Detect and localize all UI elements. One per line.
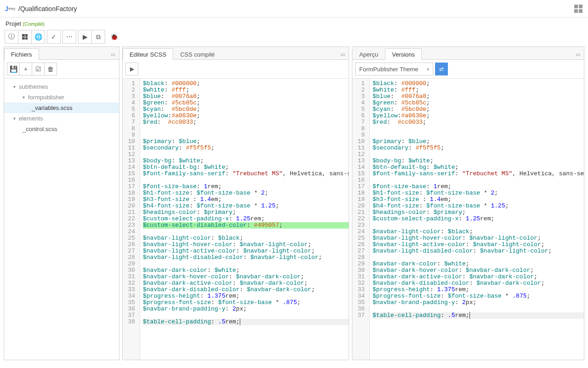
tree-file-control[interactable]: _control.scss (4, 124, 119, 134)
panel-minimize-icon[interactable]: ▭ (337, 50, 349, 59)
tab-files[interactable]: Fichiers (4, 48, 39, 60)
tree-folder-formpublisher[interactable]: ▾formpublisher (4, 92, 119, 103)
logo: Jway (6, 4, 15, 13)
play-button[interactable]: ▶ (78, 30, 92, 44)
tab-editor[interactable]: Editeur SCSS (123, 48, 173, 60)
grid-button[interactable] (18, 30, 32, 44)
add-button[interactable]: + (19, 63, 32, 75)
panel-minimize-icon[interactable]: ▭ (107, 50, 119, 59)
tab-preview[interactable]: Aperçu (352, 48, 385, 60)
tab-versions[interactable]: Versions (385, 48, 422, 60)
tree-folder-subthemes[interactable]: ▾subthemes (4, 81, 119, 92)
open-external-button[interactable]: ⧉ (91, 30, 105, 44)
check-button[interactable]: ✓ (47, 30, 61, 44)
chevron-down-icon: ▾ (427, 67, 429, 72)
bug-button[interactable]: 🐞 (107, 30, 121, 44)
delete-button[interactable]: 🗑 (44, 63, 57, 75)
tree-file-variables[interactable]: _variables.scss (4, 103, 119, 113)
checklist-button[interactable]: ☑ (32, 63, 45, 75)
panel-minimize-icon[interactable]: ▭ (572, 50, 584, 59)
more-button[interactable]: ⋯ (62, 30, 76, 44)
globe-button[interactable]: 🌐 (31, 30, 45, 44)
save-button[interactable]: 💾 (7, 63, 20, 75)
apps-icon[interactable] (574, 5, 582, 13)
tree-folder-elements[interactable]: ▾elements (4, 113, 119, 124)
compiled-status: (Compilé) (23, 21, 45, 27)
file-tree: ▾subthemes ▾formpublisher _variables.scs… (4, 79, 119, 360)
breadcrumb: /QualificationFactory (18, 5, 77, 12)
run-editor-button[interactable]: ▶ (125, 63, 138, 75)
editor-code[interactable]: 1234567891011121314151617181920212223242… (123, 79, 349, 360)
versions-code[interactable]: 1234567891011121314151617181920212223242… (352, 79, 584, 360)
theme-select[interactable]: FormPublisher Theme▾ (355, 63, 433, 75)
project-label: Projet (6, 20, 21, 27)
compare-button[interactable]: ⇄ (435, 63, 448, 75)
info-button[interactable]: ⓘ (5, 30, 18, 44)
tab-css[interactable]: CSS compilé (173, 48, 221, 60)
